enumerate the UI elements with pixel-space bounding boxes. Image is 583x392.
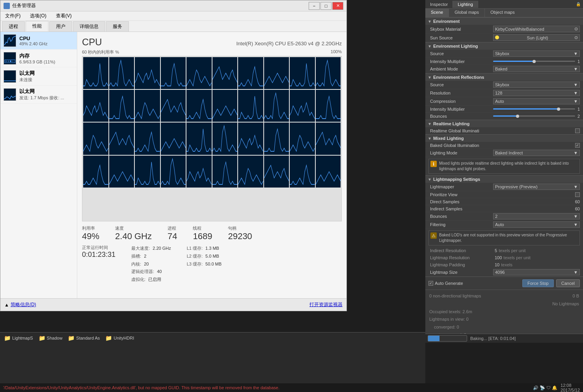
menu-file[interactable]: 文件(F): [2, 12, 24, 20]
er-resolution-dropdown[interactable]: 128 ▼: [493, 90, 580, 96]
el-ambient-dropdown[interactable]: Baked ▼: [493, 66, 580, 72]
tab-inspector[interactable]: Inspector: [425, 1, 453, 8]
stat-threads-value: 1689: [193, 231, 212, 242]
el-intensity-fill: [493, 61, 534, 62]
sun-source-dropdown[interactable]: Sun (Light) ⊙: [493, 34, 580, 41]
baking-fill: [428, 336, 440, 341]
force-stop-button[interactable]: Force Stop: [522, 279, 554, 287]
stat-speed-label: 速度: [115, 225, 152, 231]
el-source-dropdown[interactable]: Skybox ▼: [493, 50, 580, 57]
svg-rect-30: [109, 123, 134, 154]
unity-tab-group: Inspector Lighting: [425, 1, 478, 8]
tab-services[interactable]: 服务: [106, 21, 129, 32]
cpu-cell: [161, 123, 186, 154]
lm-bounces-dropdown[interactable]: 2 ▼: [493, 213, 580, 219]
prioritize-checkbox[interactable]: [575, 192, 580, 197]
mixed-header[interactable]: ▼ Mixed Lighting: [425, 135, 583, 142]
env-lighting-header[interactable]: ▼ Environment Lighting: [425, 43, 583, 50]
subtab-globalmaps[interactable]: Global maps: [449, 9, 485, 17]
el-source-label: Source: [430, 51, 493, 56]
sidebar-cpu-sub: 49% 2.40 GHz: [19, 41, 74, 46]
sidebar-ethernet1[interactable]: 以太网 未连接: [0, 67, 77, 85]
maxspeed-label: 最大速度:: [131, 246, 150, 251]
sun-source-row: Sun Source Sun (Light) ⊙: [425, 33, 583, 42]
filtering-value: Auto ▼: [493, 221, 580, 228]
svg-rect-43: [186, 156, 212, 188]
folder-icon-shadow: 📁: [39, 335, 45, 341]
open-monitor-link[interactable]: 打开资源监视器: [309, 301, 343, 308]
er-intensity-fill: [493, 108, 559, 110]
sidebar-memory-title: 内存: [19, 52, 74, 59]
tab-details[interactable]: 详细信息: [73, 21, 105, 32]
virt-value: 已启用: [148, 277, 161, 282]
auto-generate-checkbox[interactable]: [428, 281, 433, 286]
file-standard-label: Standard As: [76, 336, 100, 340]
er-bounces-slider-row: 2: [493, 114, 580, 119]
tab-processes[interactable]: 进程: [2, 21, 25, 32]
lm-title: Lightmapping Settings: [433, 177, 480, 182]
svg-rect-24: [212, 90, 238, 122]
er-intensity-slider[interactable]: [493, 108, 575, 110]
sidebar-ethernet2[interactable]: 以太网 发送: 1.7 Mbps 接收: ...: [0, 85, 77, 104]
svg-rect-18: [316, 57, 341, 89]
sidebar-cpu[interactable]: CPU 49% 2.40 GHz: [0, 32, 77, 50]
filtering-row: Filtering Auto ▼: [425, 221, 583, 229]
realtime-header[interactable]: ▼ Realtime Lighting: [425, 120, 583, 127]
el-intensity-slider[interactable]: [493, 61, 575, 62]
svg-rect-42: [161, 156, 186, 188]
svg-rect-13: [186, 57, 212, 89]
subtab-objectmaps[interactable]: Object maps: [485, 9, 520, 17]
lightmapper-value: Progressive (Preview) ▼: [493, 184, 580, 190]
indirect-samples-value: 60: [493, 206, 580, 211]
lightmapping-header[interactable]: ▼ Lightmapping Settings: [425, 176, 583, 183]
filtering-dropdown[interactable]: Auto ▼: [493, 221, 580, 228]
tab-performance[interactable]: 性能: [26, 21, 48, 32]
er-compression-val: Auto: [495, 99, 504, 104]
realtime-gi-checkbox[interactable]: [575, 128, 580, 133]
ethernet1-mini-icon: [4, 70, 16, 83]
er-resolution-label: Resolution: [430, 91, 493, 95]
file-standard[interactable]: 📁 Standard As: [65, 334, 102, 342]
prioritize-label: Prioritize View: [430, 192, 493, 197]
ethernet2-mini-icon: [4, 88, 16, 101]
file-unityhdr[interactable]: 📁 UnityHDRI: [103, 334, 136, 342]
direct-samples-row: Direct Samples 60: [425, 198, 583, 205]
lightmapper-dropdown[interactable]: Progressive (Preview) ▼: [493, 184, 580, 190]
lm-bounces-label: Bounces: [430, 214, 493, 219]
svg-rect-40: [109, 156, 134, 188]
minimize-button[interactable]: −: [309, 2, 320, 10]
titlebar-left: 任务管理器: [4, 2, 36, 9]
environment-section-header[interactable]: ▼ Environment: [425, 18, 583, 25]
maximize-button[interactable]: □: [320, 2, 332, 10]
cpu-cell: [238, 156, 263, 188]
tab-lighting[interactable]: Lighting: [453, 1, 478, 8]
status-bar-right: 🔊 📡 🛡 🔔 12:08 2017/5/12: [533, 383, 580, 392]
env-reflections-header[interactable]: ▼ Environment Reflections: [425, 74, 583, 81]
file-lightmaps[interactable]: 📁 LightmapS: [2, 334, 35, 342]
l2-label: L2 缓存:: [187, 254, 203, 258]
er-bounces-slider[interactable]: [493, 115, 575, 117]
cancel-button[interactable]: Cancel: [556, 279, 580, 287]
file-shadow[interactable]: 📁 Shadow: [36, 334, 65, 342]
status-error-text: '/Data/UnityExtensions/Unity/UnityAnalyt…: [3, 385, 533, 390]
menu-view[interactable]: 查看(V): [53, 12, 75, 20]
close-button[interactable]: ✕: [332, 2, 343, 10]
cpu-cell: [83, 156, 108, 188]
menu-options[interactable]: 选项(O): [27, 12, 49, 20]
tab-users[interactable]: 用户: [49, 21, 72, 32]
stat-speed-value: 2.40 GHz: [115, 231, 152, 242]
detail-cache: L1 缓存: 1.3 MB L2 缓存: 5.0 MB L3 缓存: 50.0 …: [187, 245, 222, 284]
er-compression-dropdown[interactable]: Auto ▼: [493, 98, 580, 104]
skybox-dropdown[interactable]: KirbyCoveWhiteBalanced ⊙: [493, 26, 580, 32]
sidebar-memory[interactable]: 内存 6.9/63.9 GB (11%): [0, 50, 77, 67]
lm-size-dropdown[interactable]: 4096 ▼: [493, 269, 580, 275]
summary-link[interactable]: 简略信息(D): [11, 301, 36, 308]
er-source-dropdown[interactable]: Skybox ▼: [493, 82, 580, 88]
direct-samples-val: 60: [575, 199, 580, 204]
realtime-gi-check-container: [493, 128, 580, 133]
lighting-mode-dropdown[interactable]: Baked Indirect ▼: [493, 150, 580, 156]
er-bounces-label: Bounces: [430, 114, 493, 119]
lock-button[interactable]: 🔒: [574, 1, 583, 7]
subtab-scene[interactable]: Scene: [425, 9, 449, 17]
baked-gi-checkbox[interactable]: [575, 143, 580, 148]
